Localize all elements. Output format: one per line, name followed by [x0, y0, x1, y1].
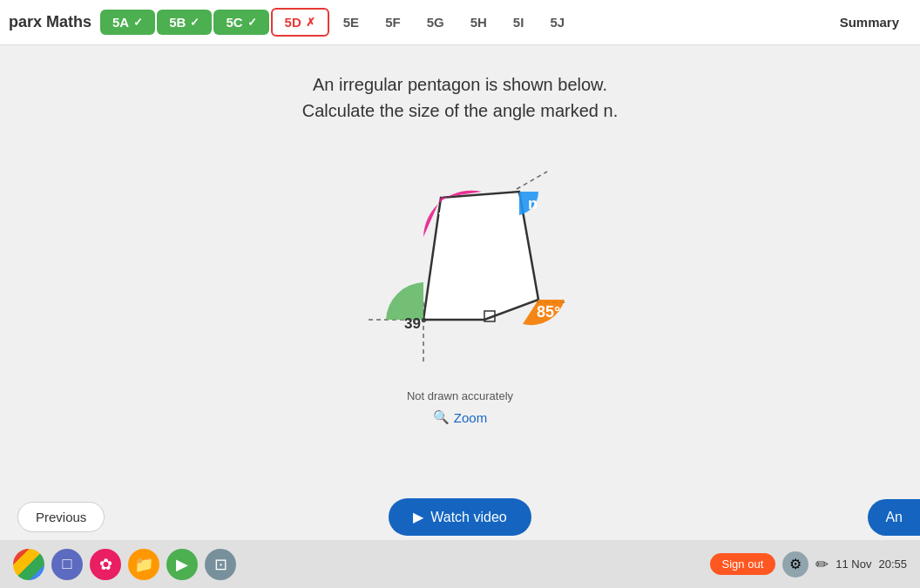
previous-button[interactable]: Previous [17, 502, 105, 532]
taskbar-date: 11 Nov [835, 558, 871, 571]
screen-icon[interactable]: ⊡ [205, 549, 236, 580]
bottom-toolbar: Previous ▶ Watch video An [0, 498, 920, 536]
tab-5C[interactable]: 5C ✓ [213, 10, 268, 35]
tab-5F[interactable]: 5F [373, 10, 413, 35]
tab-5A[interactable]: 5A ✓ [100, 10, 155, 35]
apps-icon[interactable]: ✿ [90, 549, 121, 580]
tab-5J[interactable]: 5J [538, 10, 577, 35]
tab-5B[interactable]: 5B ✓ [157, 10, 212, 35]
svg-text:85°: 85° [537, 303, 560, 321]
tab-5D[interactable]: 5D ✗ [271, 8, 329, 37]
not-drawn-text: Not drawn accurately [407, 389, 513, 402]
diagram-container: 72° n 85° 39° [294, 141, 626, 385]
settings-icon[interactable]: ⚙ [782, 551, 808, 578]
check-icon-5B: ✓ [190, 16, 200, 29]
folder-icon[interactable]: 📁 [128, 549, 159, 580]
svg-text:72°: 72° [438, 210, 462, 227]
zoom-button[interactable]: 🔍 Zoom [433, 409, 487, 425]
files-icon[interactable]: □ [51, 549, 83, 580]
answer-button[interactable]: An [868, 499, 920, 536]
svg-text:n: n [528, 195, 538, 213]
chrome-icon[interactable] [13, 549, 44, 580]
check-icon-5A: ✓ [133, 16, 143, 29]
zoom-icon: 🔍 [433, 409, 450, 425]
main-content: An irregular pentagon is shown below. Ca… [0, 45, 920, 536]
brand-logo: parx Maths [9, 13, 91, 31]
tab-5E[interactable]: 5E [331, 10, 371, 35]
question-text: An irregular pentagon is shown below. Ca… [302, 71, 618, 124]
taskbar-time: 20:55 [878, 558, 907, 571]
pencil-icon[interactable]: ✏ [815, 555, 829, 574]
question-line2: Calculate the size of the angle marked n… [302, 98, 618, 124]
tab-summary[interactable]: Summary [828, 10, 911, 35]
tab-5H[interactable]: 5H [458, 10, 499, 35]
question-line1: An irregular pentagon is shown below. [302, 71, 618, 98]
svg-text:39°: 39° [404, 315, 427, 332]
x-icon-5D: ✗ [306, 16, 315, 29]
video-icon: ▶ [413, 509, 423, 525]
nav-tabs: 5A ✓ 5B ✓ 5C ✓ 5D ✗ 5E 5F 5G 5H 5I [100, 8, 911, 37]
tab-5I[interactable]: 5I [501, 10, 537, 35]
top-navigation: parx Maths 5A ✓ 5B ✓ 5C ✓ 5D ✗ 5E 5F 5G … [0, 0, 920, 45]
play-icon[interactable]: ▶ [166, 549, 198, 580]
watch-video-button[interactable]: ▶ Watch video [389, 498, 531, 536]
tab-5G[interactable]: 5G [415, 10, 457, 35]
check-icon-5C: ✓ [247, 16, 257, 29]
taskbar: □ ✿ 📁 ▶ ⊡ Sign out ⚙ ✏ 11 Nov 20:55 [0, 540, 920, 588]
pentagon-diagram: 72° n 85° 39° [294, 141, 626, 385]
sign-out-button[interactable]: Sign out [710, 553, 776, 575]
svg-line-3 [517, 172, 547, 189]
